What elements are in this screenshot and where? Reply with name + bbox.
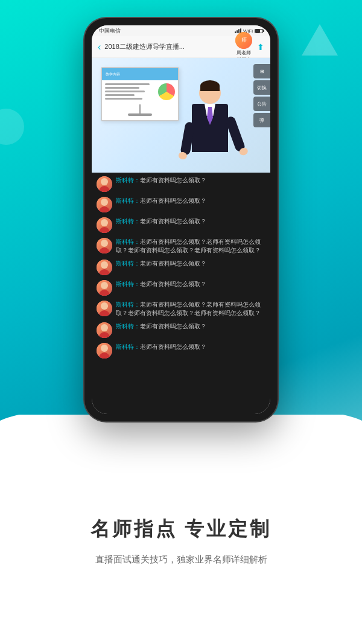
chat-username: 斯科特： xyxy=(116,177,140,183)
chat-text: 斯科特：老师有资料吗怎么领取？ xyxy=(116,176,265,185)
chat-avatar xyxy=(97,197,112,212)
chat-area: 斯科特：老师有资料吗怎么领取？ 斯科特：老师有资料吗怎么领取？ 斯科特：老师有资… xyxy=(92,173,270,414)
phone-screen: 中国电信 WiFi ‹ 2018二级建造师导学直播 xyxy=(92,25,270,414)
chat-content: 斯科特：老师有资料吗怎么领取？ xyxy=(116,260,265,268)
chat-username: 斯科特： xyxy=(116,281,140,287)
fullscreen-button[interactable]: ⊞ xyxy=(253,64,270,78)
teacher-avatar: 师 xyxy=(235,32,252,49)
whiteboard-lines xyxy=(105,83,154,101)
chat-content: 斯科特：老师有资料吗怎么领取？老师有资料吗怎么领取？老师有资料吗怎么领取？老师有… xyxy=(116,301,265,317)
side-buttons: ⊞ 切换 公告 弹 xyxy=(253,64,270,127)
whiteboard-header: 教学内容 xyxy=(102,68,178,80)
chat-username: 斯科特： xyxy=(116,260,140,267)
whiteboard-stand xyxy=(139,104,141,113)
teacher-info: 师 周老师 1123人 xyxy=(235,32,252,62)
video-area: 教学内容 xyxy=(92,58,270,173)
chat-avatar xyxy=(97,343,112,359)
back-button[interactable]: ‹ xyxy=(98,42,101,53)
chat-username: 斯科特： xyxy=(116,343,140,350)
chat-text: 斯科特：老师有资料吗怎么领取？ xyxy=(116,217,265,226)
bullet-button[interactable]: 弹 xyxy=(253,113,270,127)
chat-message: 斯科特：老师有资料吗怎么领取？老师有资料吗怎么领取？老师有资料吗怎么领取？老师有… xyxy=(97,238,265,255)
teacher-arm-left xyxy=(180,121,195,156)
teacher-hair xyxy=(200,80,220,91)
sub-title: 直播面试通关技巧，独家业界名师详细解析 xyxy=(95,552,267,567)
teacher-tie xyxy=(207,107,213,125)
teacher-figure xyxy=(180,70,240,173)
chat-avatar xyxy=(97,301,112,316)
chat-message: 斯科特：老师有资料吗怎么领取？ xyxy=(97,197,265,212)
notice-button[interactable]: 公告 xyxy=(253,97,270,111)
nav-title: 2018二级建造师导学直播... xyxy=(104,42,235,51)
teacher-hand-right xyxy=(238,147,249,156)
chat-content: 斯科特：老师有资料吗怎么领取？老师有资料吗怎么领取？老师有资料吗怎么领取？老师有… xyxy=(116,238,265,255)
teacher-body xyxy=(186,82,234,173)
switch-button[interactable]: 切换 xyxy=(253,80,270,95)
chat-text: 斯科特：老师有资料吗怎么领取？ xyxy=(116,343,265,351)
battery-icon xyxy=(255,29,263,33)
chat-content: 斯科特：老师有资料吗怎么领取？ xyxy=(116,197,265,205)
whiteboard-base xyxy=(128,113,152,116)
teacher-head xyxy=(199,82,221,104)
share-button[interactable]: ⬆ xyxy=(257,42,264,52)
chat-message: 斯科特：老师有资料吗怎么领取？ xyxy=(97,176,265,192)
chat-content: 斯科特：老师有资料吗怎么领取？ xyxy=(116,176,265,185)
chat-content: 斯科特：老师有资料吗怎么领取？ xyxy=(116,343,265,351)
chat-username: 斯科特： xyxy=(116,323,140,330)
bottom-section: 名师指点 专业定制 直播面试通关技巧，独家业界名师详细解析 xyxy=(0,439,362,644)
chat-username: 斯科特： xyxy=(116,197,140,204)
carrier-label: 中国电信 xyxy=(99,27,121,35)
chat-content: 斯科特：老师有资料吗怎么领取？ xyxy=(116,217,265,226)
chat-avatar xyxy=(97,238,112,253)
pie-chart xyxy=(158,83,175,100)
phone-frame: 中国电信 WiFi ‹ 2018二级建造师导学直播 xyxy=(84,18,278,421)
chat-avatar xyxy=(97,260,112,275)
teacher-suit xyxy=(192,104,228,152)
chat-username: 斯科特： xyxy=(116,301,140,308)
chat-avatar xyxy=(97,176,112,192)
chat-avatar xyxy=(97,217,112,233)
chat-message: 斯科特：老师有资料吗怎么领取？ xyxy=(97,217,265,233)
chat-message: 斯科特：老师有资料吗怎么领取？ xyxy=(97,343,265,359)
phone-mockup: 中国电信 WiFi ‹ 2018二级建造师导学直播 xyxy=(84,18,278,421)
chat-content: 斯科特：老师有资料吗怎么领取？ xyxy=(116,322,265,331)
main-title: 名师指点 专业定制 xyxy=(91,516,272,543)
teacher-name-label: 周老师 xyxy=(237,49,251,56)
chat-text: 斯科特：老师有资料吗怎么领取？ xyxy=(116,260,265,268)
whiteboard-content xyxy=(102,80,178,104)
chat-username: 斯科特： xyxy=(116,218,140,225)
whiteboard: 教学内容 xyxy=(101,67,179,121)
chat-message: 斯科特：老师有资料吗怎么领取？ xyxy=(97,280,265,296)
chat-content: 斯科特：老师有资料吗怎么领取？ xyxy=(116,280,265,289)
chat-message: 斯科特：老师有资料吗怎么领取？老师有资料吗怎么领取？老师有资料吗怎么领取？老师有… xyxy=(97,301,265,317)
chat-text: 斯科特：老师有资料吗怎么领取？ xyxy=(116,322,265,331)
teacher-hand-left xyxy=(178,151,188,160)
chat-text: 斯科特：老师有资料吗怎么领取？老师有资料吗怎么领取？老师有资料吗怎么领取？老师有… xyxy=(116,238,265,255)
chat-text: 斯科特：老师有资料吗怎么领取？老师有资料吗怎么领取？老师有资料吗怎么领取？老师有… xyxy=(116,301,265,317)
chat-text: 斯科特：老师有资料吗怎么领取？ xyxy=(116,197,265,205)
chat-message: 斯科特：老师有资料吗怎么领取？ xyxy=(97,322,265,338)
chat-username: 斯科特： xyxy=(116,238,140,245)
teacher-arm-right xyxy=(224,115,246,153)
nav-header: ‹ 2018二级建造师导学直播... 师 周老师 1123人 ⬆ xyxy=(92,36,270,58)
chat-avatar xyxy=(97,280,112,296)
chat-message: 斯科特：老师有资料吗怎么领取？ xyxy=(97,260,265,275)
chat-text: 斯科特：老师有资料吗怎么领取？ xyxy=(116,280,265,289)
chat-avatar xyxy=(97,322,112,338)
deco-triangle-top xyxy=(302,24,338,56)
